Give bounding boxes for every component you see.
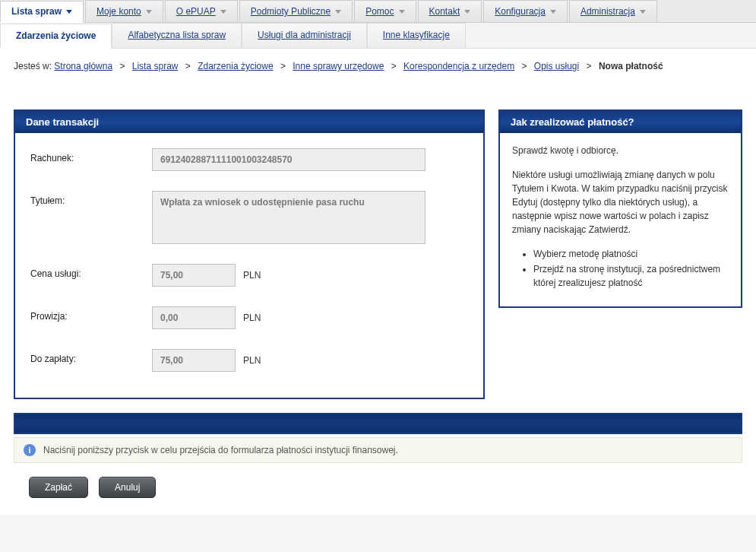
nav-label: Moje konto	[96, 6, 141, 17]
primary-nav-item-pomoc[interactable]: Pomoc	[354, 0, 416, 22]
topay-field	[152, 349, 236, 372]
breadcrumb-separator: >	[391, 61, 397, 71]
breadcrumb-link[interactable]: Lista spraw	[132, 61, 179, 71]
secondary-nav-item-zdarzenia[interactable]: Zdarzenia życiowe	[0, 24, 112, 49]
primary-nav-item-konfiguracja[interactable]: Konfiguracja	[483, 0, 568, 22]
subnav-label: Alfabetyczna lista spraw	[128, 30, 226, 40]
chevron-down-icon	[66, 10, 72, 14]
commission-field	[152, 306, 236, 329]
breadcrumb-separator: >	[521, 61, 527, 71]
nav-label: Pomoc	[365, 6, 394, 17]
primary-nav-item-podmioty[interactable]: Podmioty Publiczne	[239, 0, 353, 22]
breadcrumb-link[interactable]: Opis usługi	[534, 61, 579, 71]
info-message-text: Naciśnij poniższy przycisk w celu przejś…	[43, 445, 398, 455]
secondary-nav-item-alfabetyczna[interactable]: Alfabetyczna lista spraw	[112, 23, 242, 48]
breadcrumb-separator: >	[587, 61, 592, 71]
help-panel-header: Jak zrealizować płatność?	[500, 111, 741, 133]
cancel-button[interactable]: Anuluj	[99, 477, 156, 498]
currency-label: PLN	[243, 270, 261, 281]
breadcrumb-separator: >	[119, 61, 125, 71]
breadcrumb-link[interactable]: Zdarzenia życiowe	[198, 61, 273, 71]
subnav-label: Usługi dla administracji	[258, 30, 351, 40]
chevron-down-icon	[464, 10, 470, 14]
secondary-nav: Zdarzenia życiowe Alfabetyczna lista spr…	[0, 23, 756, 49]
pay-button[interactable]: Zapłać	[29, 477, 88, 498]
nav-label: Kontakt	[429, 6, 460, 17]
primary-nav: Lista spraw Moje konto O ePUAP Podmioty …	[0, 0, 756, 23]
chevron-down-icon	[550, 10, 556, 14]
help-steps-list: Wybierz metodę płatności Przejdź na stro…	[512, 247, 729, 290]
breadcrumb-separator: >	[185, 61, 191, 71]
chevron-down-icon	[335, 10, 341, 14]
chevron-down-icon	[220, 10, 226, 14]
title-field: Wpłata za wniosek o udostępnienie pasa r…	[152, 191, 425, 244]
help-text-edit: Niektóre usługi umożliwiają zmianę danyc…	[512, 168, 729, 236]
breadcrumb-link[interactable]: Strona główna	[54, 61, 112, 71]
price-label: Cena usługi:	[30, 264, 152, 279]
breadcrumb-prefix: Jesteś w:	[14, 61, 52, 71]
account-label: Rachunek:	[30, 148, 152, 163]
help-panel: Jak zrealizować płatność? Sprawdź kwotę …	[498, 109, 742, 308]
info-icon: i	[24, 444, 36, 456]
title-label: Tytułem:	[30, 191, 152, 206]
primary-nav-item-o-epuap[interactable]: O ePUAP	[165, 0, 238, 22]
primary-nav-item-lista-spraw[interactable]: Lista spraw	[0, 1, 84, 23]
account-field	[152, 148, 425, 171]
nav-label: Administracja	[580, 6, 635, 17]
subnav-label: Zdarzenia życiowe	[16, 30, 96, 41]
secondary-nav-item-inne-klasyfikacje[interactable]: Inne klasyfikacje	[367, 23, 466, 48]
help-step: Wybierz metodę płatności	[533, 247, 729, 261]
chevron-down-icon	[399, 10, 405, 14]
transaction-panel: Dane transakcji Rachunek: Tytułem: Wpłat…	[14, 109, 485, 399]
secondary-nav-item-uslugi-admin[interactable]: Usługi dla administracji	[242, 23, 367, 48]
price-field	[152, 264, 236, 287]
nav-label: Podmioty Publiczne	[251, 6, 331, 17]
breadcrumb: Jesteś w: Strona główna > Lista spraw > …	[0, 49, 756, 79]
help-text-checkamount: Sprawdź kwotę i odbiorcę.	[512, 144, 729, 157]
breadcrumb-link[interactable]: Korespondencja z urzędem	[403, 61, 514, 71]
breadcrumb-separator: >	[280, 61, 286, 71]
transaction-panel-header: Dane transakcji	[15, 111, 483, 133]
info-message: i Naciśnij poniższy przycisk w celu prze…	[14, 437, 742, 463]
currency-label: PLN	[243, 355, 261, 366]
primary-nav-item-kontakt[interactable]: Kontakt	[418, 0, 482, 22]
help-step: Przejdź na stronę instytucji, za pośredn…	[533, 262, 729, 290]
chevron-down-icon	[640, 10, 646, 14]
breadcrumb-link[interactable]: Inne sprawy urzędowe	[293, 61, 384, 71]
commission-label: Prowizja:	[30, 306, 152, 322]
subnav-label: Inne klasyfikacje	[383, 30, 450, 40]
chevron-down-icon	[146, 10, 152, 14]
section-divider-bar	[14, 413, 742, 434]
nav-label: O ePUAP	[176, 6, 216, 17]
primary-nav-item-moje-konto[interactable]: Moje konto	[85, 0, 163, 22]
topay-label: Do zapłaty:	[30, 349, 152, 364]
nav-label: Lista spraw	[11, 6, 62, 17]
primary-nav-item-administracja[interactable]: Administracja	[569, 0, 657, 22]
breadcrumb-current: Nowa płatność	[599, 61, 663, 71]
nav-label: Konfiguracja	[495, 6, 546, 17]
currency-label: PLN	[243, 312, 261, 323]
